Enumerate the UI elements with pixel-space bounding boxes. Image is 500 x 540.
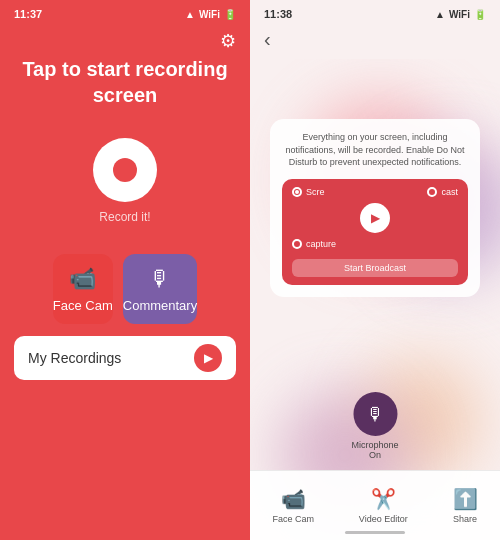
- video-editor-tab-icon: ✂️: [371, 487, 396, 511]
- microphone-area[interactable]: 🎙 MicrophoneOn: [351, 392, 398, 460]
- tab-share[interactable]: ⬆️ Share: [453, 487, 478, 524]
- my-recordings-bar[interactable]: My Recordings ▶: [14, 336, 236, 380]
- action-buttons-row: 📹 Face Cam 🎙 Commentary: [39, 254, 211, 324]
- cast-label: cast: [441, 187, 458, 197]
- cast-radio[interactable]: [427, 187, 437, 197]
- cast-option[interactable]: cast: [427, 187, 458, 197]
- record-dot: [113, 158, 137, 182]
- microphone-label: MicrophoneOn: [351, 440, 398, 460]
- broadcast-info-text: Everything on your screen, including not…: [282, 131, 468, 169]
- left-panel: 11:37 ▲ WiFi 🔋 ⚙ Tap to start recording …: [0, 0, 250, 540]
- share-tab-icon: ⬆️: [453, 487, 478, 511]
- record-label: Record it!: [99, 210, 150, 224]
- screen-radio[interactable]: [292, 187, 302, 197]
- tab-face-cam[interactable]: 📹 Face Cam: [272, 487, 314, 524]
- broadcast-top-row: Scre cast: [292, 187, 458, 197]
- arrow-icon: ▶: [204, 351, 213, 365]
- start-broadcast-button[interactable]: Start Broadcast: [292, 259, 458, 277]
- broadcast-popup: Everything on your screen, including not…: [270, 119, 480, 297]
- face-cam-label: Face Cam: [53, 298, 113, 313]
- left-time: 11:37: [14, 8, 42, 20]
- main-heading: Tap to start recording screen: [0, 56, 250, 108]
- capture-option[interactable]: capture: [292, 239, 336, 249]
- right-panel: 11:38 ▲ WiFi 🔋 ‹ Everything on your scre…: [250, 0, 500, 540]
- gear-button[interactable]: ⚙: [220, 30, 236, 52]
- broadcast-bottom-row: capture: [292, 239, 458, 249]
- recordings-label: My Recordings: [28, 350, 121, 366]
- share-tab-label: Share: [453, 514, 477, 524]
- face-cam-button[interactable]: 📹 Face Cam: [53, 254, 113, 324]
- back-button[interactable]: ‹: [250, 24, 500, 59]
- recordings-arrow: ▶: [194, 344, 222, 372]
- screen-option[interactable]: Scre: [292, 187, 325, 197]
- face-cam-tab-label: Face Cam: [272, 514, 314, 524]
- capture-radio[interactable]: [292, 239, 302, 249]
- right-status-icons: ▲ WiFi 🔋: [435, 9, 486, 20]
- commentary-label: Commentary: [123, 298, 197, 313]
- microphone-circle[interactable]: 🎙: [353, 392, 397, 436]
- back-icon: ‹: [264, 28, 271, 50]
- left-status-icons: ▲ WiFi 🔋: [185, 9, 236, 20]
- screen-label: Scre: [306, 187, 325, 197]
- tab-video-editor[interactable]: ✂️ Video Editor: [359, 487, 408, 524]
- start-broadcast-label: Start Broadcast: [344, 263, 406, 273]
- commentary-icon: 🎙: [149, 266, 171, 292]
- bottom-tab-bar: 📹 Face Cam ✂️ Video Editor ⬆️ Share: [250, 470, 500, 540]
- microphone-icon: 🎙: [366, 404, 384, 425]
- left-status-bar: 11:37 ▲ WiFi 🔋: [0, 0, 250, 24]
- right-status-bar: 11:38 ▲ WiFi 🔋: [250, 0, 500, 24]
- video-editor-tab-label: Video Editor: [359, 514, 408, 524]
- broadcast-options: Scre cast ▶ capture Start Broadcast: [282, 179, 468, 285]
- phone-content-area: Everything on your screen, including not…: [250, 59, 500, 540]
- record-circle[interactable]: [93, 138, 157, 202]
- face-cam-icon: 📹: [69, 266, 96, 292]
- play-button[interactable]: ▶: [360, 203, 390, 233]
- commentary-button[interactable]: 🎙 Commentary: [123, 254, 197, 324]
- face-cam-tab-icon: 📹: [281, 487, 306, 511]
- right-time: 11:38: [264, 8, 292, 20]
- gear-icon: ⚙: [220, 31, 236, 51]
- home-indicator: [345, 531, 405, 534]
- capture-label: capture: [306, 239, 336, 249]
- record-button-area[interactable]: Record it!: [93, 138, 157, 224]
